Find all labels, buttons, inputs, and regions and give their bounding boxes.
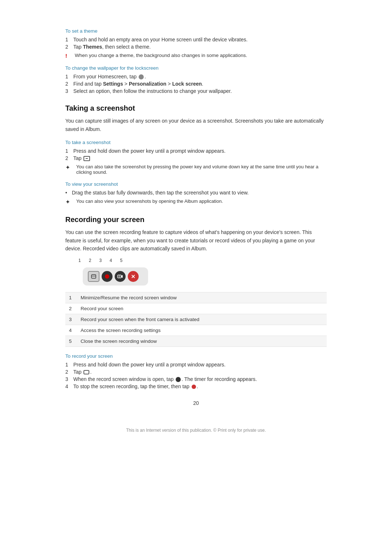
table-cell-num: 2 [65, 303, 77, 314]
close-icon [131, 274, 136, 279]
exclamation-icon: ! [65, 53, 71, 59]
to-take-screenshot-steps: 1 Press and hold down the power key unti… [65, 148, 327, 161]
record-screen-step-4: 4 To stop the screen recording, tap the … [65, 383, 327, 389]
widget-num-4: 4 [110, 258, 112, 263]
close-record-button[interactable] [128, 271, 139, 282]
taking-screenshot-title: Taking a screenshot [65, 104, 327, 112]
record-widget [83, 267, 148, 286]
change-wallpaper-step-1: 1 From your Homescreen, tap . [65, 74, 327, 79]
view-screenshot-tip: ✦ You can also view your screenshots by … [65, 198, 327, 205]
table-cell-desc: Record your screen when the front camera… [77, 314, 327, 325]
to-take-screenshot-subsection: To take a screenshot 1 Press and hold do… [65, 140, 327, 175]
recording-screen-body: You can use the screen recording feature… [65, 228, 327, 253]
change-wallpaper-step-2: 2 Find and tap Settings > Personalizatio… [65, 81, 327, 87]
svg-rect-0 [91, 275, 96, 278]
table-row: 3 Record your screen when the front came… [65, 314, 327, 325]
take-screenshot-step-1: 1 Press and hold down the power key unti… [65, 148, 327, 154]
record-start-icon [176, 377, 181, 382]
camera-record-button[interactable] [115, 271, 126, 282]
taking-screenshot-section: Taking a screenshot You can capture stil… [65, 104, 327, 205]
table-cell-num: 3 [65, 314, 77, 325]
table-row: 5 Close the screen recording window [65, 336, 327, 346]
table-cell-num: 5 [65, 336, 77, 346]
record-dot-icon [105, 274, 109, 279]
tip-star-icon-2: ✦ [65, 198, 73, 205]
minimize-resume-button[interactable] [88, 271, 99, 282]
record-screen-step-3: 3 When the record screen window is open,… [65, 376, 327, 382]
take-screenshot-tip: ✦ You can also take the screenshot by pr… [65, 164, 327, 175]
minimize-icon [91, 274, 97, 279]
record-stop-icon [192, 385, 196, 389]
camera-icon [117, 274, 123, 279]
set-theme-note: ! When you change a theme, the backgroun… [65, 53, 327, 59]
table-cell-desc: Access the screen recording settings [77, 325, 327, 336]
table-cell-desc: Record your screen [77, 303, 327, 314]
to-take-screenshot-heading: To take a screenshot [65, 140, 327, 145]
record-widget-table-body: 1 Minimize/Resume the record screen wind… [65, 292, 327, 346]
widget-number-labels: 1 2 3 4 5 [78, 258, 327, 263]
change-wallpaper-heading: To change the wallpaper for the lockscre… [65, 65, 327, 71]
svg-point-3 [119, 276, 120, 277]
page-footer: This is an Internet version of this publ… [65, 428, 327, 433]
table-row: 2 Record your screen [65, 303, 327, 314]
to-record-screen-heading: To record your screen [65, 353, 327, 359]
widget-num-5: 5 [120, 258, 123, 263]
to-record-screen-subsection: To record your screen 1 Press and hold d… [65, 353, 327, 389]
tap-screenshot-icon [83, 156, 90, 161]
table-row: 4 Access the screen recording settings [65, 325, 327, 336]
set-theme-steps: 1 Touch and hold an empty area on your H… [65, 37, 327, 50]
screen-record-icon [83, 370, 89, 374]
take-screenshot-step-2: 2 Tap [65, 155, 327, 161]
table-row: 1 Minimize/Resume the record screen wind… [65, 292, 327, 303]
set-theme-section: To set a theme 1 Touch and hold an empty… [65, 28, 327, 59]
set-theme-step-1: 1 Touch and hold an empty area on your H… [65, 37, 327, 42]
record-screen-step-1: 1 Press and hold down the power key unti… [65, 362, 327, 368]
recording-screen-section: Recording your screen You can use the sc… [65, 216, 327, 389]
to-view-screenshot-bullets: • Drag the status bar fully downwards, t… [65, 190, 327, 196]
widget-num-3: 3 [99, 258, 102, 263]
record-button[interactable] [102, 271, 113, 282]
set-theme-step-2: 2 Tap Themes, then select a theme. [65, 44, 327, 50]
widget-num-1: 1 [78, 258, 81, 263]
table-cell-desc: Minimize/Resume the record screen window [77, 292, 327, 303]
table-cell-num: 4 [65, 325, 77, 336]
table-cell-num: 1 [65, 292, 77, 303]
to-record-screen-steps: 1 Press and hold down the power key unti… [65, 362, 327, 389]
record-screen-step-2: 2 Tap . [65, 369, 327, 375]
widget-num-2: 2 [89, 258, 91, 263]
record-widget-table: 1 Minimize/Resume the record screen wind… [65, 292, 327, 347]
change-wallpaper-step-3: 3 Select an option, then follow the inst… [65, 88, 327, 94]
svg-rect-2 [118, 275, 121, 278]
recording-screen-title: Recording your screen [65, 216, 327, 224]
taking-screenshot-body: You can capture still images of any scre… [65, 117, 327, 133]
home-icon [139, 74, 144, 79]
record-widget-container: 1 2 3 4 5 [74, 258, 327, 286]
set-theme-heading: To set a theme [65, 28, 327, 34]
change-wallpaper-section: To change the wallpaper for the lockscre… [65, 65, 327, 94]
change-wallpaper-steps: 1 From your Homescreen, tap . 2 Find and… [65, 74, 327, 94]
tip-star-icon: ✦ [65, 164, 73, 171]
view-screenshot-bullet-1: • Drag the status bar fully downwards, t… [65, 190, 327, 196]
to-view-screenshot-subsection: To view your screenshot • Drag the statu… [65, 181, 327, 205]
table-cell-desc: Close the screen recording window [77, 336, 327, 346]
page-number: 20 [65, 400, 327, 406]
to-view-screenshot-heading: To view your screenshot [65, 181, 327, 187]
